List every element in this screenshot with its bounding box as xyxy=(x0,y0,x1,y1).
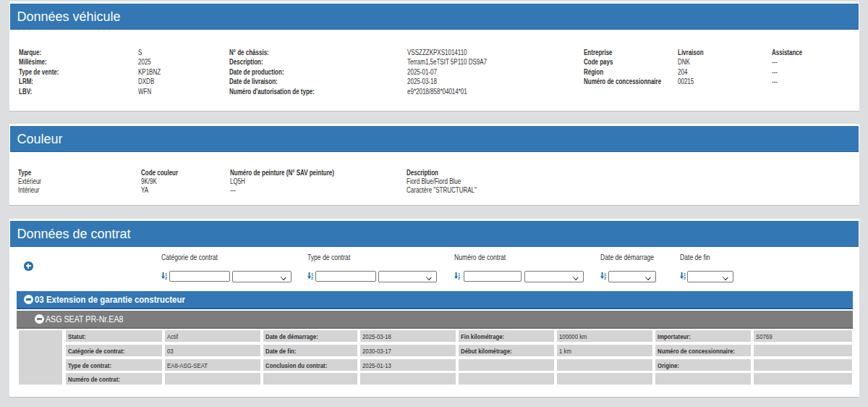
svg-text:2: 2 xyxy=(311,276,313,280)
svg-text:2: 2 xyxy=(684,276,686,280)
svg-text:2: 2 xyxy=(458,276,460,280)
svg-text:2: 2 xyxy=(604,276,606,280)
svg-text:2: 2 xyxy=(165,276,167,280)
